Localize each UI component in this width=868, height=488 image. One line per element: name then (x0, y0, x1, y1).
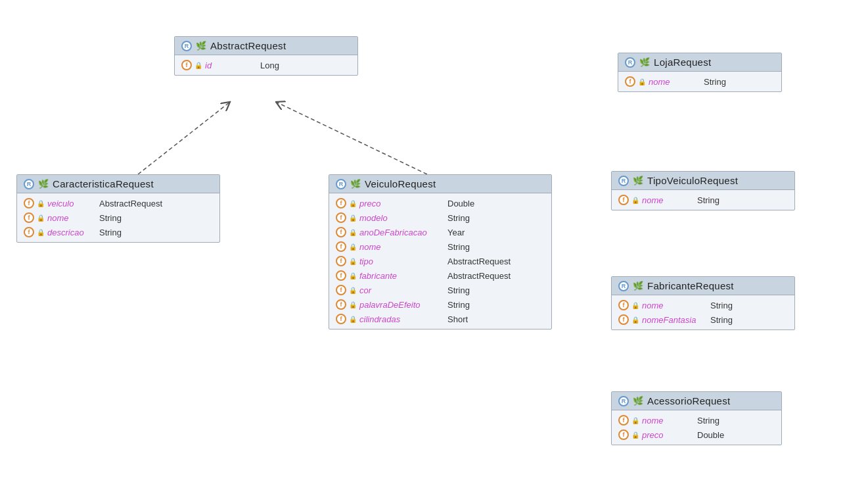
class-body-acessorio: f 🔒 nome String f 🔒 preco Double (612, 410, 781, 445)
icon-lock-nome-acess: 🔒 (631, 417, 639, 424)
field-row-veiculo: f 🔒 veiculo AbstractRequest (17, 196, 219, 210)
icon-lock-fabricante: 🔒 (349, 272, 357, 280)
field-type-fabricante: AbstractRequest (447, 271, 511, 281)
icon-F-cilindradas: f (336, 314, 346, 324)
icon-lock-id: 🔒 (194, 62, 202, 69)
icon-lock-tipo: 🔒 (349, 258, 357, 265)
icon-F-tipo: f (336, 256, 346, 266)
icon-F-nome-loja: f (625, 76, 635, 87)
field-name-descricao: descricao (47, 228, 97, 237)
icon-leaf-fabricante: 🌿 (633, 281, 643, 291)
icon-leaf-loja: 🌿 (639, 57, 650, 67)
class-fabricante: R 🌿 FabricanteRequest f 🔒 nome String f … (611, 276, 795, 330)
field-name-ano: anoDeFabricacao (359, 228, 445, 237)
icon-lock-nome-car: 🔒 (37, 214, 45, 222)
icon-leaf-tipoveiculo: 🌿 (633, 176, 643, 185)
field-type-tipo: AbstractRequest (447, 256, 511, 266)
icon-lock-cor: 🔒 (349, 287, 357, 294)
icon-lock-palavradefeito: 🔒 (349, 301, 357, 308)
field-row-nome-acess: f 🔒 nome String (612, 413, 781, 427)
icon-R-acessorio: R (618, 396, 629, 406)
field-name-preco: preco (359, 199, 445, 208)
class-title-tipoveiculo: TipoVeiculoRequest (647, 175, 738, 186)
field-name-modelo: modelo (359, 213, 445, 223)
class-header-caracteristica: R 🌿 CaracteristicaRequest (17, 175, 219, 193)
field-type-id: Long (260, 61, 279, 70)
field-row-id: f 🔒 id Long (175, 58, 357, 72)
field-name-fabricante: fabricante (359, 271, 445, 281)
field-name-nome-tipo: nome (642, 195, 695, 205)
field-row-fabricante: f 🔒 fabricante AbstractRequest (329, 268, 551, 283)
field-row-preco: f 🔒 preco Double (329, 196, 551, 210)
class-title-loja: LojaRequest (654, 57, 712, 68)
icon-F-nome-tipo: f (618, 195, 629, 205)
icon-F-descricao: f (24, 227, 34, 237)
icon-lock-veiculo: 🔒 (37, 200, 45, 207)
icon-F-nome-veic: f (336, 241, 346, 252)
field-type-nome-acess: String (697, 416, 720, 426)
class-abstractrequest: R 🌿 AbstractRequest f 🔒 id Long (174, 36, 358, 76)
class-veiculorequest: R 🌿 VeiculoRequest f 🔒 preco Double f 🔒 … (329, 174, 552, 329)
class-body-caracteristica: f 🔒 veiculo AbstractRequest f 🔒 nome Str… (17, 193, 219, 242)
icon-F-id: f (181, 60, 192, 70)
field-row-nome-fab: f 🔒 nome String (612, 298, 794, 312)
icon-F-nome-acess: f (618, 415, 629, 426)
icon-F-nome-fab: f (618, 300, 629, 310)
icon-F-veiculo: f (24, 198, 34, 208)
field-name-nome-fab: nome (642, 301, 708, 310)
field-type-nome-loja: String (704, 77, 726, 87)
icon-lock-ano: 🔒 (349, 229, 357, 236)
field-row-cilindradas: f 🔒 cilindradas Short (329, 312, 551, 326)
field-type-nome-tipo: String (697, 195, 720, 205)
icon-R-caracteristica: R (24, 179, 34, 189)
class-header-abstractrequest: R 🌿 AbstractRequest (175, 37, 357, 55)
icon-leaf-caracteristica: 🌿 (38, 179, 49, 189)
field-name-nome-acess: nome (642, 416, 695, 426)
class-body-fabricante: f 🔒 nome String f 🔒 nomeFantasia String (612, 295, 794, 329)
field-type-nome-fab: String (710, 301, 733, 310)
field-name-veiculo: veiculo (47, 199, 97, 208)
field-name-nomefantasia: nomeFantasia (642, 315, 708, 325)
field-row-modelo: f 🔒 modelo String (329, 210, 551, 225)
field-name-cilindradas: cilindradas (359, 314, 445, 324)
class-header-tipoveiculo: R 🌿 TipoVeiculoRequest (612, 172, 794, 190)
class-title-fabricante: FabricanteRequest (647, 280, 734, 291)
field-row-descricao: f 🔒 descricao String (17, 225, 219, 239)
field-name-tipo: tipo (359, 256, 445, 266)
class-body-tipoveiculo: f 🔒 nome String (612, 190, 794, 210)
field-name-nome-veic: nome (359, 242, 445, 252)
icon-F-nome-car: f (24, 212, 34, 223)
icon-R-abstractrequest: R (181, 41, 192, 51)
icon-F-preco-acess: f (618, 429, 629, 440)
diagram-container: R 🌿 AbstractRequest f 🔒 id Long R 🌿 Cara… (0, 0, 868, 488)
field-type-nomefantasia: String (710, 315, 733, 325)
class-title-acessorio: AcessorioRequest (647, 395, 731, 406)
icon-lock-nome-tipo: 🔒 (631, 197, 639, 204)
field-type-nome-veic: String (447, 242, 470, 252)
field-row-nome-veic: f 🔒 nome String (329, 239, 551, 254)
class-title-abstractrequest: AbstractRequest (210, 40, 286, 51)
icon-F-nomefantasia: f (618, 314, 629, 325)
class-header-veiculo: R 🌿 VeiculoRequest (329, 175, 551, 193)
field-row-ano: f 🔒 anoDeFabricacao Year (329, 225, 551, 239)
class-body-loja: f 🔒 nome String (618, 72, 781, 91)
field-type-cor: String (447, 285, 470, 295)
class-title-veiculo: VeiculoRequest (365, 178, 436, 189)
field-name-id: id (205, 61, 258, 70)
field-type-palavradefeito: String (447, 300, 470, 310)
class-header-loja: R 🌿 LojaRequest (618, 53, 781, 72)
icon-F-cor: f (336, 285, 346, 295)
class-title-caracteristica: CaracteristicaRequest (53, 178, 154, 189)
icon-lock-preco: 🔒 (349, 200, 357, 207)
class-body-abstractrequest: f 🔒 id Long (175, 55, 357, 75)
field-row-nome-loja: f 🔒 nome String (618, 74, 781, 89)
icon-F-palavradefeito: f (336, 299, 346, 310)
icon-lock-nome-fab: 🔒 (631, 302, 639, 309)
icon-F-preco: f (336, 198, 346, 208)
class-caracteristicarequest: R 🌿 CaracteristicaRequest f 🔒 veiculo Ab… (16, 174, 220, 243)
class-acessorio: R 🌿 AcessorioRequest f 🔒 nome String f 🔒… (611, 391, 782, 445)
class-header-fabricante: R 🌿 FabricanteRequest (612, 277, 794, 295)
class-header-acessorio: R 🌿 AcessorioRequest (612, 392, 781, 410)
icon-R-veiculo: R (336, 179, 346, 189)
field-type-descricao: String (99, 228, 122, 237)
